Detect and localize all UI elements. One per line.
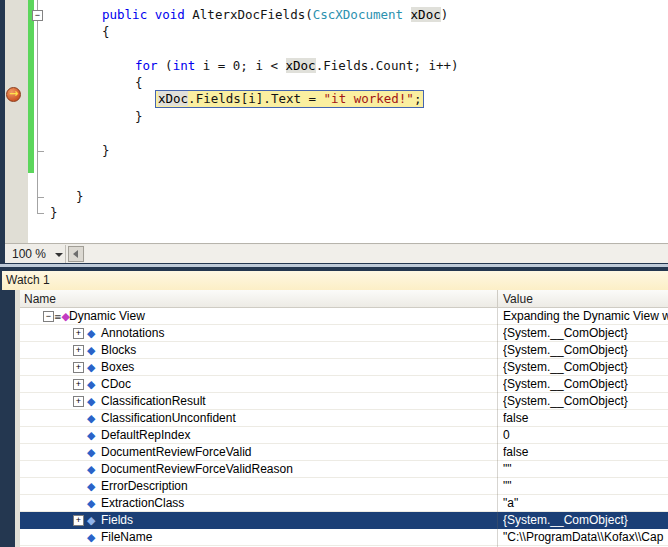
blue-diamond-icon: ◆ xyxy=(87,395,95,408)
watch-value-cell[interactable]: "" xyxy=(503,461,668,477)
editor-bottom-bar: 100 % xyxy=(5,243,668,263)
collapse-icon[interactable]: − xyxy=(43,311,54,322)
scroll-left-button[interactable] xyxy=(68,246,84,262)
expand-icon[interactable]: + xyxy=(73,515,84,526)
property-diamond-icon: ◆ xyxy=(87,393,95,410)
property-diamond-icon: ◆ xyxy=(87,478,95,495)
watch-value-cell[interactable]: "C:\\ProgramData\\Kofax\\Cap xyxy=(503,529,668,545)
expand-icon[interactable]: + xyxy=(73,379,84,390)
code-token: i = 0; i < xyxy=(195,58,285,73)
watch-value-cell[interactable]: false xyxy=(503,444,668,460)
watch-row-errordescription[interactable]: ◆ErrorDescription"" xyxy=(20,478,668,495)
watch-row-cdoc[interactable]: +◆CDoc{System.__ComObject} xyxy=(20,376,668,393)
property-diamond-icon: ◆ xyxy=(87,325,95,342)
blue-diamond-icon: ◆ xyxy=(87,361,95,374)
column-resize-handle[interactable] xyxy=(497,290,498,307)
collapse-region-icon[interactable]: − xyxy=(32,10,43,21)
code-token: .Fields.Count; i++) xyxy=(316,58,459,73)
highlighted-reference: xDoc xyxy=(158,91,188,106)
property-diamond-icon: ◆ xyxy=(87,359,95,376)
code-token: } xyxy=(135,109,143,124)
watch-row-documentreviewforcevalid[interactable]: ◆DocumentReviewForceValidfalse xyxy=(20,444,668,461)
code-line[interactable]: public void AlterxDocFields(CscXDocument… xyxy=(102,7,448,23)
code-line[interactable]: for (int i = 0; i < xDoc.Fields.Count; i… xyxy=(135,58,459,74)
watch-name-cell: ErrorDescription xyxy=(101,478,188,494)
expand-icon[interactable]: + xyxy=(73,328,84,339)
watch-title-label: Watch 1 xyxy=(2,273,50,287)
property-diamond-icon: ◆ xyxy=(87,427,95,444)
code-token: AlterxDocFields( xyxy=(192,7,312,22)
property-diamond-icon: ◆ xyxy=(87,410,95,427)
watch-row-filename[interactable]: ◆FileName"C:\\ProgramData\\Kofax\\Cap xyxy=(20,529,668,546)
code-token: public void xyxy=(102,7,192,22)
watch-value-cell[interactable]: Expanding the Dynamic View w xyxy=(503,308,668,324)
code-line[interactable]: } xyxy=(50,205,58,221)
watch-name-cell: Dynamic View xyxy=(69,308,145,324)
watch-value-cell[interactable]: 0 xyxy=(503,427,668,443)
watch-value-cell[interactable]: "a" xyxy=(503,495,668,511)
watch-value-cell[interactable]: {System.__ComObject} xyxy=(503,359,668,375)
watch-name-cell: ExtractionClass xyxy=(101,495,184,511)
blue-diamond-icon: ◆ xyxy=(87,531,95,544)
blue-diamond-icon: ◆ xyxy=(87,429,95,442)
outline-line xyxy=(37,0,38,214)
watch-title-bar[interactable]: Watch 1 xyxy=(2,271,668,290)
blue-diamond-icon: ◆ xyxy=(87,463,95,476)
watch-value-cell[interactable]: {System.__ComObject} xyxy=(503,512,668,528)
watch-row-dynamic-view[interactable]: −≡◆Dynamic ViewExpanding the Dynamic Vie… xyxy=(20,308,668,325)
watch-value-cell[interactable]: {System.__ComObject} xyxy=(503,376,668,392)
watch-row-documentreviewforcevalidreason[interactable]: ◆DocumentReviewForceValidReason"" xyxy=(20,461,668,478)
splitter[interactable] xyxy=(0,264,668,267)
watch-row-classificationunconfident[interactable]: ◆ClassificationUnconfidentfalse xyxy=(20,410,668,427)
code-editor[interactable]: − → public void AlterxDocFields(CscXDocu… xyxy=(0,0,668,263)
watch-value-cell[interactable]: {System.__ComObject} xyxy=(503,393,668,409)
code-line[interactable]: } xyxy=(102,143,110,159)
expand-icon[interactable]: + xyxy=(73,396,84,407)
blue-diamond-icon: ◆ xyxy=(87,412,95,425)
value-column-separator xyxy=(497,308,498,547)
watch-grid: Name Value −≡◆Dynamic ViewExpanding the … xyxy=(20,290,668,547)
blue-diamond-icon: ◆ xyxy=(87,497,95,510)
code-line[interactable]: { xyxy=(135,75,143,91)
watch-name-cell: Boxes xyxy=(101,359,134,375)
breakpoint-margin[interactable] xyxy=(5,0,28,243)
chevron-down-icon[interactable] xyxy=(55,253,63,257)
watch-name-cell: ClassificationUnconfident xyxy=(101,410,236,426)
watch-value-cell[interactable]: false xyxy=(503,410,668,426)
zoom-level-combobox[interactable]: 100 % xyxy=(12,247,46,261)
code-token: } xyxy=(102,143,110,158)
watch-row-boxes[interactable]: +◆Boxes{System.__ComObject} xyxy=(20,359,668,376)
code-token: { xyxy=(102,24,110,39)
column-header-value[interactable]: Value xyxy=(503,291,533,307)
property-diamond-icon: ◆ xyxy=(87,495,95,512)
current-statement-line[interactable]: xDoc.Fields[i].Text = "it worked!"; xyxy=(155,90,424,108)
column-header-name[interactable]: Name xyxy=(24,291,56,307)
code-line[interactable]: } xyxy=(135,109,143,125)
blue-diamond-icon: ◆ xyxy=(87,514,95,527)
watch-value-cell[interactable]: {System.__ComObject} xyxy=(503,325,668,341)
code-line[interactable]: { xyxy=(102,24,110,40)
breakpoint-current-statement-icon[interactable]: → xyxy=(6,87,21,102)
changed-lines-indicator xyxy=(28,0,34,173)
watch-row-defaultrepindex[interactable]: ◆DefaultRepIndex0 xyxy=(20,427,668,444)
watch-row-annotations[interactable]: +◆Annotations{System.__ComObject} xyxy=(20,325,668,342)
watch-row-classificationresult[interactable]: +◆ClassificationResult{System.__ComObjec… xyxy=(20,393,668,410)
watch-name-cell: Blocks xyxy=(101,342,136,358)
watch-value-cell[interactable]: {System.__ComObject} xyxy=(503,342,668,358)
grid-column-headers: Name Value xyxy=(20,290,668,308)
watch-row-blocks[interactable]: +◆Blocks{System.__ComObject} xyxy=(20,342,668,359)
vs-debug-screen: − → public void AlterxDocFields(CscXDocu… xyxy=(0,0,668,547)
watch-value-cell[interactable]: "" xyxy=(503,478,668,494)
property-diamond-icon: ◆ xyxy=(87,529,95,546)
code-line[interactable]: } xyxy=(76,189,84,205)
expand-icon[interactable]: + xyxy=(73,362,84,373)
property-diamond-icon: ◆ xyxy=(87,342,95,359)
watch-row-extractionclass[interactable]: ◆ExtractionClass"a" xyxy=(20,495,668,512)
watch-name-cell: DocumentReviewForceValidReason xyxy=(101,461,293,477)
watch-name-cell: Fields xyxy=(101,512,133,528)
code-token: ; xyxy=(414,91,422,106)
watch-row-fields[interactable]: +◆Fields{System.__ComObject} xyxy=(20,512,668,529)
highlighted-reference: xDoc xyxy=(411,7,441,22)
horizontal-scrollbar[interactable] xyxy=(85,245,668,264)
expand-icon[interactable]: + xyxy=(73,345,84,356)
